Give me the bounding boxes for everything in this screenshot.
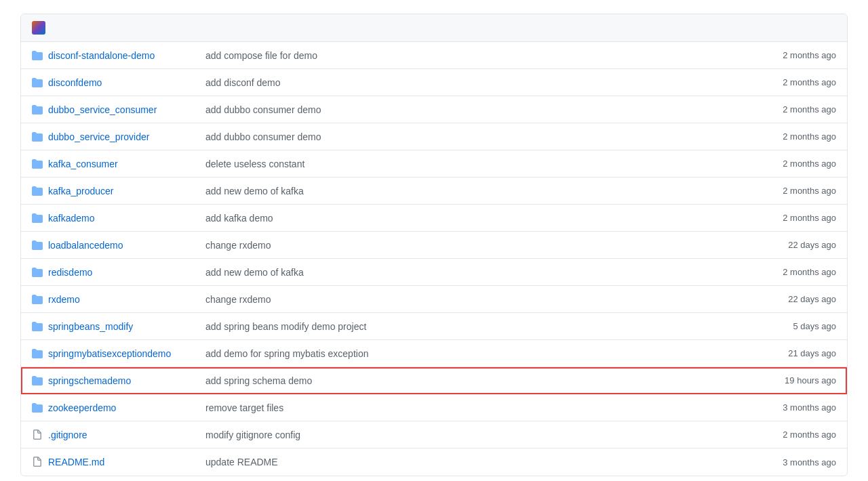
row-name-col: loadbalancedemo <box>32 240 195 251</box>
row-name-col: README.md <box>32 457 195 467</box>
user-avatar <box>32 21 45 35</box>
row-time: 22 days ago <box>741 240 836 250</box>
folder-icon <box>32 50 43 61</box>
row-time: 3 months ago <box>741 402 836 413</box>
folder-icon <box>32 186 43 196</box>
file-link[interactable]: kafka_consumer <box>48 159 118 169</box>
table-row: loadbalancedemo change rxdemo 22 days ag… <box>21 232 847 259</box>
row-time: 21 days ago <box>741 348 836 358</box>
row-time: 2 months ago <box>741 213 836 223</box>
row-message: add new demo of kafka <box>195 267 741 278</box>
row-name-col: redisdemo <box>32 267 195 278</box>
file-link[interactable]: redisdemo <box>48 267 92 278</box>
table-row: springmybatisexceptiondemo add demo for … <box>21 340 847 367</box>
row-time: 2 months ago <box>741 159 836 169</box>
row-message: add disconf demo <box>195 77 741 88</box>
table-row: zookeeperdemo remove target files 3 mont… <box>21 394 847 421</box>
row-message: remove target files <box>195 402 741 413</box>
table-row: kafka_consumer delete useless constant 2… <box>21 150 847 177</box>
file-icon <box>32 430 43 440</box>
row-name-col: springmybatisexceptiondemo <box>32 348 195 359</box>
row-message: add compose file for demo <box>195 50 741 61</box>
folder-icon <box>32 321 43 332</box>
row-message: add dubbo consumer demo <box>195 131 741 142</box>
row-name-col: springbeans_modify <box>32 321 195 332</box>
rows-container: disconf-standalone-demo add compose file… <box>21 42 847 476</box>
table-row: springschemademo add spring schema demo … <box>21 367 847 394</box>
table-row: disconf-standalone-demo add compose file… <box>21 42 847 69</box>
row-name-col: springschemademo <box>32 375 195 386</box>
row-message: add demo for spring mybatis exception <box>195 348 741 359</box>
file-link[interactable]: zookeeperdemo <box>48 402 116 413</box>
row-name-col: rxdemo <box>32 294 195 305</box>
file-link[interactable]: springbeans_modify <box>48 321 133 332</box>
repo-header <box>21 14 847 42</box>
row-message: add spring schema demo <box>195 375 741 386</box>
row-name-col: kafka_producer <box>32 186 195 196</box>
row-time: 2 months ago <box>741 267 836 277</box>
table-row: springbeans_modify add spring beans modi… <box>21 313 847 340</box>
file-link[interactable]: dubbo_service_consumer <box>48 104 157 115</box>
row-name-col: .gitignore <box>32 430 195 440</box>
row-name-col: kafka_consumer <box>32 159 195 169</box>
table-row: rxdemo change rxdemo 22 days ago <box>21 286 847 313</box>
row-name-col: disconfdemo <box>32 77 195 88</box>
file-link[interactable]: .gitignore <box>48 430 87 440</box>
table-row: .gitignore modify gitignore config 2 mon… <box>21 421 847 448</box>
row-time: 22 days ago <box>741 294 836 304</box>
table-row: redisdemo add new demo of kafka 2 months… <box>21 259 847 286</box>
table-row: disconfdemo add disconf demo 2 months ag… <box>21 69 847 96</box>
folder-icon <box>32 294 43 305</box>
file-link[interactable]: loadbalancedemo <box>48 240 123 251</box>
file-link[interactable]: rxdemo <box>48 294 80 305</box>
row-message: delete useless constant <box>195 159 741 169</box>
folder-icon <box>32 104 43 115</box>
row-time: 2 months ago <box>741 430 836 440</box>
row-time: 2 months ago <box>741 104 836 114</box>
table-row: README.md update README 3 months ago <box>21 448 847 476</box>
folder-icon <box>32 402 43 413</box>
table-row: dubbo_service_consumer add dubbo consume… <box>21 96 847 123</box>
row-name-col: dubbo_service_consumer <box>32 104 195 115</box>
file-link[interactable]: README.md <box>48 457 104 467</box>
file-link[interactable]: springmybatisexceptiondemo <box>48 348 171 359</box>
row-time: 19 hours ago <box>741 375 836 385</box>
file-link[interactable]: dubbo_service_provider <box>48 131 149 142</box>
folder-icon <box>32 267 43 278</box>
row-message: add spring beans modify demo project <box>195 321 741 332</box>
file-link[interactable]: kafka_producer <box>48 186 114 196</box>
row-time: 2 months ago <box>741 50 836 60</box>
table-row: dubbo_service_provider add dubbo consume… <box>21 123 847 150</box>
folder-icon <box>32 348 43 359</box>
page-container: disconf-standalone-demo add compose file… <box>0 0 868 481</box>
row-message: add dubbo consumer demo <box>195 104 741 115</box>
repo-table: disconf-standalone-demo add compose file… <box>20 14 848 476</box>
file-link[interactable]: kafkademo <box>48 213 94 224</box>
row-message: modify gitignore config <box>195 430 741 440</box>
row-name-col: kafkademo <box>32 213 195 224</box>
row-message: change rxdemo <box>195 294 741 305</box>
row-time: 2 months ago <box>741 186 836 196</box>
table-row: kafkademo add kafka demo 2 months ago <box>21 205 847 232</box>
row-name-col: disconf-standalone-demo <box>32 50 195 61</box>
row-time: 2 months ago <box>741 131 836 142</box>
row-message: add new demo of kafka <box>195 186 741 196</box>
row-time: 2 months ago <box>741 77 836 87</box>
file-link[interactable]: disconfdemo <box>48 77 102 88</box>
folder-icon <box>32 77 43 88</box>
folder-icon <box>32 159 43 169</box>
folder-icon <box>32 213 43 224</box>
file-link[interactable]: disconf-standalone-demo <box>48 50 155 61</box>
file-link[interactable]: springschemademo <box>48 375 131 386</box>
folder-icon <box>32 240 43 251</box>
row-name-col: zookeeperdemo <box>32 402 195 413</box>
row-time: 5 days ago <box>741 321 836 331</box>
row-message: update README <box>195 457 741 467</box>
row-name-col: dubbo_service_provider <box>32 131 195 142</box>
row-message: add kafka demo <box>195 213 741 224</box>
row-time: 3 months ago <box>741 457 836 467</box>
table-row: kafka_producer add new demo of kafka 2 m… <box>21 177 847 205</box>
folder-icon <box>32 131 43 142</box>
file-icon <box>32 457 43 467</box>
row-message: change rxdemo <box>195 240 741 251</box>
